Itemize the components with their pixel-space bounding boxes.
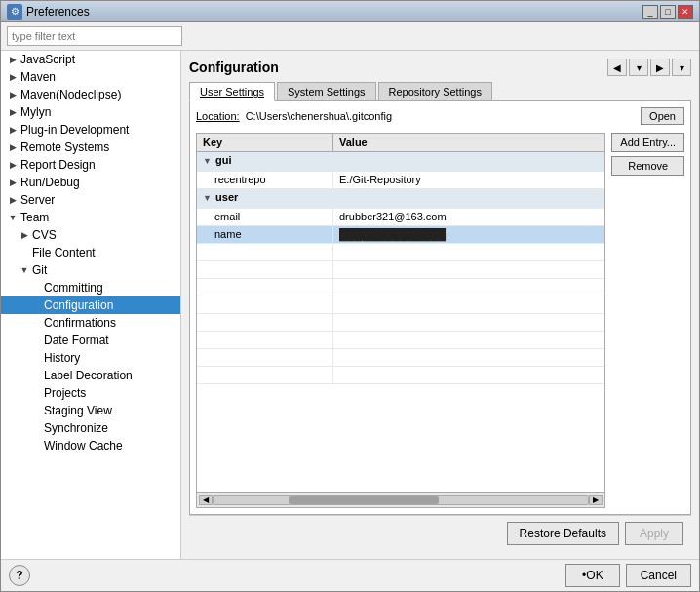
group-header-cell: ▼ user xyxy=(197,189,333,208)
scroll-left-arrow[interactable]: ◀ xyxy=(199,495,213,505)
table-row[interactable]: ▼ user xyxy=(197,189,604,209)
table-section: Key Value ▼ gui xyxy=(196,133,684,508)
expand-arrow xyxy=(30,282,42,294)
apply-button[interactable]: Apply xyxy=(625,522,683,545)
sidebar-item-label: Confirmations xyxy=(42,315,180,331)
sidebar-item-run-debug[interactable]: ▶ Run/Debug xyxy=(1,174,180,191)
restore-defaults-button[interactable]: Restore Defaults xyxy=(507,522,619,545)
main-content: ▶ JavaScript ▶ Maven ▶ Maven(Nodeclipse)… xyxy=(1,51,699,559)
sidebar-item-mylyn[interactable]: ▶ Mylyn xyxy=(1,103,180,121)
expand-arrow xyxy=(30,370,42,381)
sidebar-item-committing[interactable]: Committing xyxy=(1,279,180,296)
expand-arrow: ▶ xyxy=(7,194,19,206)
sidebar-item-label: JavaScript xyxy=(19,52,180,67)
search-input[interactable] xyxy=(7,26,182,46)
sidebar-item-maven[interactable]: ▶ Maven xyxy=(1,68,180,86)
table-row[interactable]: name ██████████████ xyxy=(197,226,604,244)
sidebar-item-javascript[interactable]: ▶ JavaScript xyxy=(1,51,180,68)
expand-arrow xyxy=(30,317,42,329)
sidebar-item-label: Label Decoration xyxy=(42,368,180,383)
key-cell: name xyxy=(197,226,333,243)
title-bar-buttons: _ □ ✕ xyxy=(642,5,693,19)
value-cell: E:/Git-Repository xyxy=(333,172,604,188)
sidebar: ▶ JavaScript ▶ Maven ▶ Maven(Nodeclipse)… xyxy=(1,51,181,559)
group-header-cell: ▼ gui xyxy=(197,152,333,171)
sidebar-item-projects[interactable]: Projects xyxy=(1,384,180,402)
window-icon: ⚙ xyxy=(7,4,22,20)
tab-bar: User Settings System Settings Repository… xyxy=(189,82,691,101)
close-button[interactable]: ✕ xyxy=(678,5,693,19)
sidebar-item-label: Mylyn xyxy=(19,104,180,120)
dialog-buttons: ? •OK Cancel xyxy=(1,559,699,591)
sidebar-item-cvs[interactable]: ▶ CVS xyxy=(1,226,180,244)
triangle-icon: ▼ xyxy=(203,193,213,203)
nav-dropdown2-button[interactable]: ▾ xyxy=(672,59,691,76)
sidebar-item-remote-systems[interactable]: ▶ Remote Systems xyxy=(1,138,180,156)
nav-buttons: ◀ ▾ ▶ ▾ xyxy=(607,59,691,76)
config-table: Key Value ▼ gui xyxy=(196,133,605,508)
sidebar-item-label-decoration[interactable]: Label Decoration xyxy=(1,367,180,384)
col-header-key: Key xyxy=(197,134,333,151)
sidebar-item-label: Plug-in Development xyxy=(19,122,180,138)
table-row xyxy=(197,244,604,261)
expand-arrow xyxy=(30,299,42,311)
scroll-track[interactable] xyxy=(213,495,589,505)
sidebar-item-git[interactable]: ▼ Git xyxy=(1,261,180,279)
sidebar-item-configuration[interactable]: Configuration xyxy=(1,296,180,314)
sidebar-item-label: History xyxy=(42,350,180,366)
table-row[interactable]: email drubber321@163.com xyxy=(197,209,604,226)
preferences-window: ⚙ Preferences _ □ ✕ ▶ JavaScript ▶ Maven… xyxy=(0,0,700,592)
sidebar-item-label: Date Format xyxy=(42,333,180,348)
scroll-right-arrow[interactable]: ▶ xyxy=(589,495,603,505)
sidebar-item-team[interactable]: ▼ Team xyxy=(1,209,180,226)
sidebar-item-file-content[interactable]: File Content xyxy=(1,244,180,261)
help-button[interactable]: ? xyxy=(9,565,30,586)
right-panel: Configuration ◀ ▾ ▶ ▾ User Settings Syst… xyxy=(181,51,699,559)
nav-dropdown-button[interactable]: ▾ xyxy=(629,59,648,76)
expand-arrow: ▶ xyxy=(7,141,19,153)
sidebar-item-label: Projects xyxy=(42,385,180,401)
ok-button[interactable]: •OK xyxy=(565,564,620,587)
sidebar-item-history[interactable]: History xyxy=(1,349,180,367)
table-row[interactable]: ▼ gui xyxy=(197,152,604,172)
col-header-value: Value xyxy=(333,134,604,151)
table-row[interactable]: recentrepo E:/Git-Repository xyxy=(197,172,604,189)
tab-user-settings[interactable]: User Settings xyxy=(189,82,275,101)
config-body: Location: C:\Users\chenershua\.gitconfig… xyxy=(189,101,691,515)
sidebar-item-synchronize[interactable]: Synchronize xyxy=(1,419,180,437)
nav-forward-button[interactable]: ▶ xyxy=(650,59,670,76)
sidebar-item-confirmations[interactable]: Confirmations xyxy=(1,314,180,332)
sidebar-item-report-design[interactable]: ▶ Report Design xyxy=(1,156,180,174)
sidebar-item-server[interactable]: ▶ Server xyxy=(1,191,180,209)
expand-arrow: ▶ xyxy=(7,71,19,83)
maximize-button[interactable]: □ xyxy=(660,5,676,19)
title-bar: ⚙ Preferences _ □ ✕ xyxy=(1,1,699,22)
sidebar-item-window-cache[interactable]: Window Cache xyxy=(1,437,180,454)
remove-button[interactable]: Remove xyxy=(611,156,684,176)
expand-arrow xyxy=(30,405,42,416)
horizontal-scrollbar[interactable]: ◀ ▶ xyxy=(197,492,604,507)
panel-title: Configuration xyxy=(189,59,279,75)
open-button[interactable]: Open xyxy=(641,107,684,125)
location-row: Location: C:\Users\chenershua\.gitconfig… xyxy=(196,107,684,125)
sidebar-item-label: Synchronize xyxy=(42,420,180,436)
minimize-button[interactable]: _ xyxy=(642,5,658,19)
sidebar-item-label: Git xyxy=(30,262,180,278)
sidebar-item-label: Report Design xyxy=(19,157,180,173)
sidebar-item-maven-nodeclipse[interactable]: ▶ Maven(Nodeclipse) xyxy=(1,86,180,103)
value-cell: drubber321@163.com xyxy=(333,209,604,225)
tab-system-settings[interactable]: System Settings xyxy=(277,82,375,100)
table-action-buttons: Add Entry... Remove xyxy=(611,133,684,508)
scroll-thumb[interactable] xyxy=(289,496,439,504)
sidebar-item-staging-view[interactable]: Staging View xyxy=(1,402,180,419)
sidebar-item-date-format[interactable]: Date Format xyxy=(1,332,180,349)
sidebar-item-plugin-dev[interactable]: ▶ Plug-in Development xyxy=(1,121,180,138)
cancel-button[interactable]: Cancel xyxy=(626,564,691,587)
bottom-buttons: Restore Defaults Apply xyxy=(189,515,691,551)
nav-back-button[interactable]: ◀ xyxy=(607,59,627,76)
expand-arrow: ▶ xyxy=(7,106,19,118)
expand-arrow: ▶ xyxy=(7,124,19,136)
add-entry-button[interactable]: Add Entry... xyxy=(611,133,684,152)
tab-repository-settings[interactable]: Repository Settings xyxy=(378,82,492,100)
group-value-cell xyxy=(333,189,604,208)
